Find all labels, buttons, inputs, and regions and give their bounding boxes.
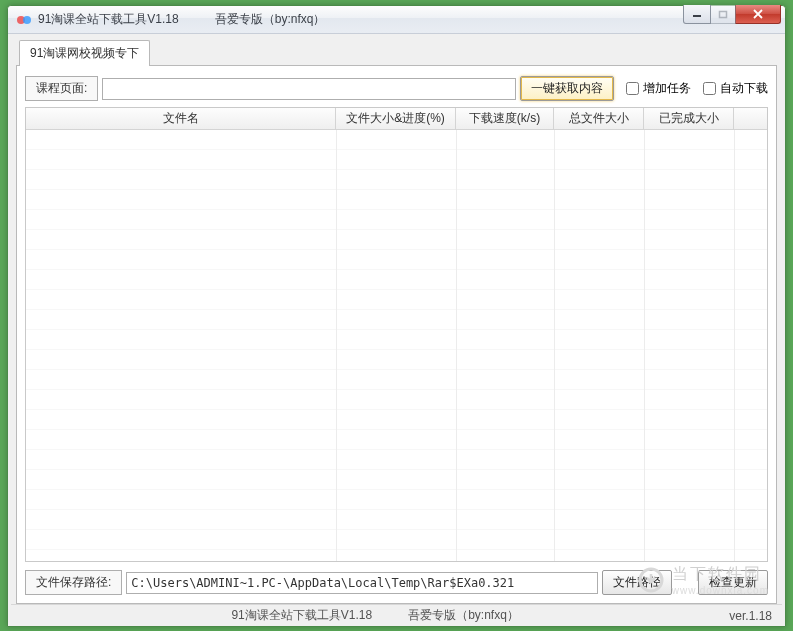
auto-download-checkbox-input[interactable] [703, 82, 716, 95]
course-url-label: 课程页面: [25, 76, 98, 101]
status-center: 91淘课全站下载工具V1.18 吾爱专版（by:nfxq） [21, 607, 729, 624]
col-filename[interactable]: 文件名 [26, 108, 336, 129]
maximize-button[interactable] [710, 5, 736, 24]
auto-download-label: 自动下载 [720, 80, 768, 97]
download-table: 文件名 文件大小&进度(%) 下载速度(k/s) 总文件大小 已完成大小 [25, 107, 768, 562]
maximize-icon [718, 10, 728, 19]
col-size-progress[interactable]: 文件大小&进度(%) [336, 108, 456, 129]
close-icon [752, 9, 764, 19]
minimize-button[interactable] [683, 5, 711, 24]
app-window: 91淘课全站下载工具V1.18 吾爱专版（by:nfxq） 91淘课网校视频专下… [7, 5, 786, 627]
svg-rect-2 [720, 11, 727, 17]
minimize-icon [692, 10, 702, 18]
auto-download-checkbox[interactable]: 自动下载 [703, 80, 768, 97]
svg-point-1 [23, 16, 31, 24]
titlebar[interactable]: 91淘课全站下载工具V1.18 吾爱专版（by:nfxq） [8, 6, 785, 34]
save-path-label: 文件保存路径: [25, 570, 122, 595]
status-version: ver.1.18 [729, 609, 772, 623]
close-button[interactable] [735, 5, 781, 24]
window-title: 91淘课全站下载工具V1.18 吾爱专版（by:nfxq） [38, 11, 325, 28]
add-task-checkbox[interactable]: 增加任务 [626, 80, 691, 97]
col-speed[interactable]: 下载速度(k/s) [456, 108, 554, 129]
add-task-checkbox-input[interactable] [626, 82, 639, 95]
save-path-row: 文件保存路径: 文件路径 检查更新 [25, 570, 768, 595]
fetch-content-button[interactable]: 一键获取内容 [520, 76, 614, 101]
check-update-button[interactable]: 检查更新 [698, 570, 768, 595]
col-spacer [734, 108, 767, 129]
table-body[interactable] [26, 130, 767, 561]
table-header: 文件名 文件大小&进度(%) 下载速度(k/s) 总文件大小 已完成大小 [26, 108, 767, 130]
add-task-label: 增加任务 [643, 80, 691, 97]
client-area: 91淘课网校视频专下 课程页面: 一键获取内容 增加任务 自动下载 文件名 [8, 34, 785, 626]
course-url-input[interactable] [102, 78, 516, 100]
main-panel: 课程页面: 一键获取内容 增加任务 自动下载 文件名 文件大小&进度(%) 下载… [16, 65, 777, 604]
tab-video-download[interactable]: 91淘课网校视频专下 [19, 40, 150, 66]
browse-path-button[interactable]: 文件路径 [602, 570, 672, 595]
statusbar: 91淘课全站下载工具V1.18 吾爱专版（by:nfxq） ver.1.18 [11, 604, 782, 626]
col-done-size[interactable]: 已完成大小 [644, 108, 734, 129]
tabstrip: 91淘课网校视频专下 [11, 37, 782, 65]
app-icon [16, 12, 32, 28]
col-total-size[interactable]: 总文件大小 [554, 108, 644, 129]
course-row: 课程页面: 一键获取内容 增加任务 自动下载 [25, 76, 768, 101]
save-path-input[interactable] [126, 572, 598, 594]
